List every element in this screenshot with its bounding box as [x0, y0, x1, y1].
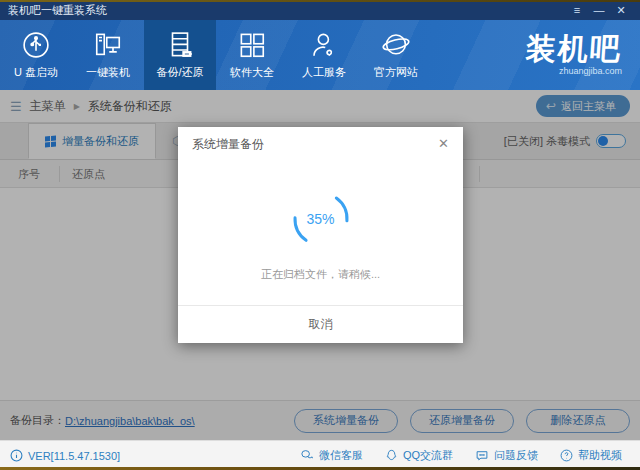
main-nav: U 盘启动 一键装机 备份/还原 软件大全	[0, 20, 640, 90]
progress-spinner: 35%	[289, 187, 353, 251]
nav-item-website[interactable]: 官方网站	[360, 20, 432, 90]
computer-icon	[93, 30, 123, 60]
brand-logo-text: 装机吧	[525, 34, 623, 64]
version-label: VER[11.5.47.1530]	[28, 450, 120, 462]
qq-group-link[interactable]: QQ交流群	[385, 448, 453, 463]
close-icon[interactable]: ✕	[610, 0, 632, 20]
dialog-body: 35% 正在归档文件，请稍候...	[178, 161, 463, 305]
nav-label: 一键装机	[86, 65, 130, 80]
nav-item-software[interactable]: 软件大全	[216, 20, 288, 90]
screen-edge-top	[0, 0, 640, 2]
qq-icon	[385, 449, 398, 462]
dialog-title: 系统增量备份	[192, 136, 264, 153]
nav-label: 官方网站	[374, 65, 418, 80]
progress-status-text: 正在归档文件，请稍候...	[261, 267, 380, 282]
globe-icon	[381, 30, 411, 60]
nav-item-backup-restore[interactable]: 备份/还原	[144, 20, 216, 90]
nav-label: 软件大全	[230, 65, 274, 80]
wechat-support-link[interactable]: 微信客服	[300, 448, 363, 463]
nav-item-usb-boot[interactable]: U 盘启动	[0, 20, 72, 90]
usb-icon	[21, 30, 51, 60]
question-circle-icon	[560, 449, 573, 462]
nav-item-support[interactable]: 人工服务	[288, 20, 360, 90]
statusbar-links: 微信客服 QQ交流群 问题反馈 帮助视频	[300, 448, 630, 463]
help-video-link[interactable]: 帮助视频	[560, 448, 622, 463]
app-window: 装机吧一键重装系统 ≡ — ✕ U 盘启动 一键装机	[0, 0, 640, 470]
backup-server-icon	[165, 30, 195, 60]
nav-label: 人工服务	[302, 65, 346, 80]
brand-logo-domain: zhuangjiba.com	[526, 66, 622, 76]
version-zone[interactable]: VER[11.5.47.1530]	[10, 449, 120, 462]
nav-item-one-key-install[interactable]: 一键装机	[72, 20, 144, 90]
wechat-icon	[300, 449, 314, 462]
titlebar: 装机吧一键重装系统 ≡ — ✕	[0, 0, 640, 20]
menu-icon[interactable]: ≡	[566, 0, 588, 20]
dialog-close-icon[interactable]: ✕	[438, 127, 449, 161]
minimize-icon[interactable]: —	[588, 0, 610, 20]
feedback-bubble-icon	[475, 449, 489, 462]
feedback-link[interactable]: 问题反馈	[475, 448, 538, 463]
status-link-label: QQ交流群	[403, 448, 453, 463]
incremental-backup-progress-dialog: 系统增量备份 ✕ 35% 正在归档文件，请稍候... 取消	[178, 127, 463, 343]
person-service-icon	[309, 30, 339, 60]
dialog-header: 系统增量备份 ✕	[178, 127, 463, 161]
progress-percent: 35%	[289, 187, 353, 251]
info-icon	[10, 449, 23, 462]
status-link-label: 微信客服	[319, 448, 363, 463]
brand-logo: 装机吧 zhuangjiba.com	[526, 34, 622, 76]
apps-grid-icon	[237, 30, 267, 60]
nav-label: 备份/还原	[156, 65, 203, 80]
statusbar: VER[11.5.47.1530] 微信客服 QQ交流群 问题反馈 帮助视频	[0, 440, 640, 470]
nav-label: U 盘启动	[14, 65, 58, 80]
window-title: 装机吧一键重装系统	[8, 3, 107, 18]
status-link-label: 问题反馈	[494, 448, 538, 463]
cancel-button[interactable]: 取消	[289, 312, 353, 337]
dialog-footer: 取消	[178, 305, 463, 343]
status-link-label: 帮助视频	[578, 448, 622, 463]
